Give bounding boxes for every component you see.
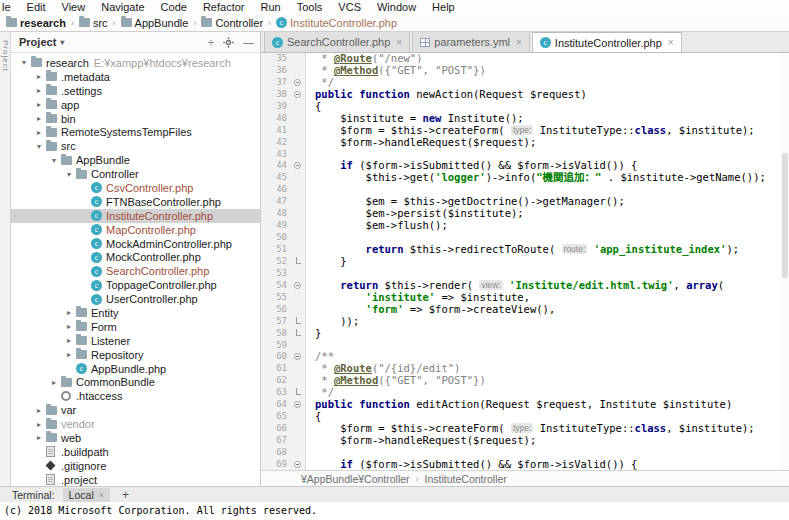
fold-icon[interactable]: [291, 89, 306, 101]
menu-item-run[interactable]: Run: [252, 1, 288, 13]
fold-open-icon[interactable]: [294, 282, 301, 289]
chevron-collapsed-icon[interactable]: ▸: [32, 433, 46, 442]
code-line[interactable]: 62 * @Method({"GET", "POST"}): [261, 375, 789, 387]
close-icon[interactable]: ×: [99, 490, 104, 500]
code-line[interactable]: 64public function editAction(Request $re…: [261, 399, 789, 411]
code-line[interactable]: 42 $form->handleRequest($request);: [261, 137, 789, 149]
breadcrumb-item[interactable]: AppBundle: [119, 17, 191, 29]
chevron-collapsed-icon[interactable]: ▸: [32, 86, 46, 95]
editor-tab[interactable]: cSearchController.php×: [264, 32, 410, 52]
tree-item[interactable]: ▾research E:¥xampp¥htdocs¥research: [11, 56, 260, 70]
tree-item[interactable]: cAppBundle.php: [11, 362, 260, 376]
chevron-expanded-icon[interactable]: ▾: [47, 156, 61, 165]
menu-item-vcs[interactable]: VCS: [330, 1, 369, 13]
chevron-collapsed-icon[interactable]: ▸: [32, 406, 46, 415]
breadcrumb-item[interactable]: cInstituteController.php: [274, 17, 399, 29]
menu-item-le[interactable]: le: [0, 1, 19, 13]
code-line[interactable]: 52 }: [261, 256, 789, 268]
close-icon[interactable]: ×: [516, 37, 522, 48]
fold-icon[interactable]: [291, 459, 306, 470]
fold-open-icon[interactable]: [294, 79, 301, 86]
code-line[interactable]: 38public function newAction(Request $req…: [261, 89, 789, 101]
breadcrumb-package[interactable]: ¥AppBundle¥Controller: [301, 473, 410, 485]
code-line[interactable]: 49 $em->flush();: [261, 220, 789, 232]
tree-item[interactable]: ▸app: [11, 98, 260, 112]
fold-end-icon[interactable]: [296, 329, 301, 336]
code-line[interactable]: 58}: [261, 328, 789, 340]
tree-item[interactable]: ▸.settings: [11, 84, 260, 98]
tree-item[interactable]: cMapController.php: [11, 223, 260, 237]
tree-item[interactable]: ▸Entity: [11, 306, 260, 320]
menu-item-help[interactable]: Help: [424, 1, 463, 13]
tree-item[interactable]: ▾Controller: [11, 167, 260, 181]
breadcrumb-class[interactable]: InstituteController: [425, 473, 507, 485]
new-terminal-session-button[interactable]: +: [118, 488, 133, 502]
tree-item[interactable]: ▸Repository: [11, 348, 260, 362]
tree-item[interactable]: ▾src: [11, 139, 260, 153]
fold-icon[interactable]: [291, 160, 306, 172]
tree-item[interactable]: cToppageController.php: [11, 278, 260, 292]
code-editor[interactable]: 35 * @Route("/new")36 * @Method({"GET", …: [261, 53, 789, 470]
collapse-all-icon[interactable]: ÷: [208, 37, 214, 48]
tree-item[interactable]: cMockAdminController.php: [11, 237, 260, 251]
fold-icon[interactable]: [291, 399, 306, 411]
editor-tab[interactable]: parameters.yml×: [412, 32, 530, 52]
code-line[interactable]: 57 ));: [261, 316, 789, 328]
fold-icon[interactable]: [291, 328, 306, 340]
code-line[interactable]: 45 $this->get('logger')->info("機関追加：" . …: [261, 172, 789, 184]
fold-open-icon[interactable]: [294, 91, 301, 98]
breadcrumb-item[interactable]: research: [4, 17, 68, 29]
close-icon[interactable]: ×: [396, 37, 402, 48]
menu-item-view[interactable]: View: [54, 1, 94, 13]
chevron-expanded-icon[interactable]: ▾: [32, 142, 46, 151]
editor-tab[interactable]: cInstituteController.php×: [532, 32, 682, 52]
code-line[interactable]: 36 * @Method({"GET", "POST"}): [261, 65, 789, 77]
chevron-collapsed-icon[interactable]: ▸: [62, 350, 76, 359]
fold-open-icon[interactable]: [294, 162, 301, 169]
code-line[interactable]: 67 $form->handleRequest($request);: [261, 435, 789, 447]
menu-item-code[interactable]: Code: [153, 1, 195, 13]
chevron-expanded-icon[interactable]: ▾: [62, 170, 76, 179]
menu-item-window[interactable]: Window: [369, 1, 424, 13]
settings-gear-icon[interactable]: [223, 37, 234, 48]
code-line[interactable]: 69 if ($form->isSubmitted() && $form->is…: [261, 459, 789, 470]
fold-open-icon[interactable]: [294, 461, 301, 468]
chevron-collapsed-icon[interactable]: ▸: [62, 322, 76, 331]
scrollbar-thumb[interactable]: [782, 153, 788, 278]
tree-item[interactable]: .buildpath: [11, 445, 260, 459]
close-icon[interactable]: ×: [668, 37, 674, 48]
tree-item[interactable]: ▸var: [11, 403, 260, 417]
chevron-collapsed-icon[interactable]: ▸: [62, 308, 76, 317]
menu-item-navigate[interactable]: Navigate: [93, 1, 152, 13]
fold-end-icon[interactable]: [296, 388, 301, 395]
code-line[interactable]: 59: [261, 340, 789, 352]
tree-item[interactable]: .project: [11, 473, 260, 486]
chevron-collapsed-icon[interactable]: ▸: [32, 72, 46, 81]
chevron-collapsed-icon[interactable]: ▸: [47, 378, 61, 387]
tree-item[interactable]: cFTNBaseController.php: [11, 195, 260, 209]
breadcrumb-item[interactable]: Controller: [199, 17, 265, 29]
fold-icon[interactable]: [291, 77, 306, 89]
tree-item[interactable]: cInstituteController.php: [11, 209, 260, 223]
tree-item[interactable]: cUserController.php: [11, 292, 260, 306]
tree-item[interactable]: ▸RemoteSystemsTempFiles: [11, 125, 260, 139]
tree-item[interactable]: ▸web: [11, 431, 260, 445]
breadcrumb-item[interactable]: src: [77, 17, 110, 29]
tree-item[interactable]: ▾AppBundle: [11, 153, 260, 167]
fold-icon[interactable]: [291, 256, 306, 268]
chevron-expanded-icon[interactable]: ▾: [17, 58, 31, 67]
terminal-tab-local[interactable]: Local ×: [63, 488, 110, 502]
menu-item-refactor[interactable]: Refactor: [195, 1, 253, 13]
chevron-collapsed-icon[interactable]: ▸: [32, 420, 46, 429]
tree-item[interactable]: cMockController.php: [11, 250, 260, 264]
fold-end-icon[interactable]: [296, 317, 301, 324]
terminal-output[interactable]: (c) 2018 Microsoft Corporation. All righ…: [0, 502, 789, 520]
chevron-collapsed-icon[interactable]: ▸: [32, 114, 46, 123]
fold-icon[interactable]: [291, 351, 306, 363]
fold-open-icon[interactable]: [294, 401, 301, 408]
tree-item[interactable]: cCsvController.php: [11, 181, 260, 195]
tree-item[interactable]: ▸Form: [11, 320, 260, 334]
fold-icon[interactable]: [291, 387, 306, 399]
tree-item[interactable]: .htaccess: [11, 389, 260, 403]
fold-end-icon[interactable]: [296, 257, 301, 264]
